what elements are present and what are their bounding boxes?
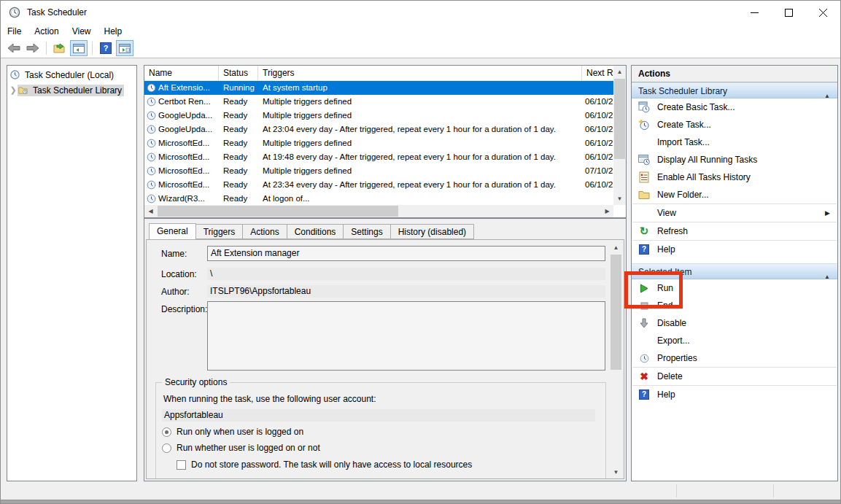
table-row[interactable]: MicrosoftEd... Ready At 23:34 every day … [144, 178, 613, 192]
table-row[interactable]: MicrosoftEd... Ready At 19:48 every day … [144, 150, 613, 164]
task-status: Running [223, 81, 260, 95]
action-label: Create Basic Task... [657, 102, 735, 112]
action-create-task[interactable]: Create Task... [632, 116, 837, 133]
submenu-arrow-icon: ▶ [825, 209, 830, 217]
radio-run-only-logged-on[interactable]: Run only when user is logged on [162, 427, 303, 437]
tree-item-task-scheduler-local[interactable]: Task Scheduler (Local) [10, 68, 136, 82]
checkbox-do-not-store-password[interactable]: Do not store password. The task will onl… [177, 460, 472, 470]
task-list-pane: Name Status Triggers Next Ru Aft Extensi… [144, 65, 627, 218]
task-status: Ready [223, 164, 260, 178]
task-next-run [585, 192, 613, 205]
forward-button[interactable] [24, 40, 42, 56]
section-header-library[interactable]: Task Scheduler Library ▲ [632, 82, 837, 98]
table-row[interactable]: Certbot Ren... Ready Multiple triggers d… [144, 95, 613, 109]
table-row[interactable]: MicrosoftEd... Ready Multiple triggers d… [144, 164, 613, 178]
action-help-library[interactable]: ? Help [632, 241, 837, 258]
back-icon [7, 43, 20, 53]
maximize-button[interactable] [772, 1, 806, 24]
back-button[interactable] [5, 40, 23, 56]
table-row[interactable]: MicrosoftEd... Ready Multiple triggers d… [144, 136, 613, 150]
show-action-pane-button[interactable] [116, 40, 133, 56]
show-console-tree-button[interactable] [70, 40, 88, 56]
scrollbar-thumb[interactable] [614, 79, 625, 159]
task-name: Wizard(R3... [158, 192, 205, 205]
task-rows: Aft Extensio... Running At system startu… [144, 81, 613, 205]
action-label: Import Task... [657, 137, 710, 147]
export-list-button[interactable] [51, 40, 69, 56]
action-refresh[interactable]: ↻ Refresh [632, 222, 837, 240]
tree-item-task-scheduler-library[interactable]: ❯ Task Scheduler Library [9, 83, 136, 97]
table-row[interactable]: GoogleUpda... Ready At 23:04 every day -… [144, 123, 613, 136]
action-label: Enable All Tasks History [657, 172, 751, 182]
task-list-horizontal-scrollbar[interactable]: ◀ ▶ [144, 205, 613, 217]
column-header-name[interactable]: Name [144, 66, 219, 81]
column-header-status[interactable]: Status [219, 66, 258, 81]
action-enable-all-tasks-history[interactable]: Enable All Tasks History [632, 168, 837, 186]
task-next-run [585, 81, 613, 95]
tab-general[interactable]: General [149, 223, 196, 239]
close-button[interactable] [806, 1, 840, 24]
author-label: Author: [161, 287, 190, 297]
task-name: MicrosoftEd... [158, 164, 209, 178]
scroll-down-icon[interactable]: ▼ [613, 193, 626, 205]
scrollbar-thumb[interactable] [158, 206, 398, 217]
scroll-up-icon[interactable]: ▲ [613, 66, 626, 78]
clock-icon [10, 70, 20, 80]
task-location-field: \ [207, 268, 605, 280]
column-header-triggers[interactable]: Triggers [258, 66, 582, 81]
action-label: Delete [657, 371, 683, 381]
table-row[interactable]: Wizard(R3... Ready At logon of... [144, 192, 613, 205]
tasks-history-icon [638, 171, 650, 183]
toolbar-help-button[interactable]: ? [97, 40, 115, 56]
toolbar-separator [92, 42, 93, 55]
table-row[interactable]: GoogleUpda... Ready Multiple triggers de… [144, 109, 613, 123]
minimize-button[interactable] [737, 1, 772, 24]
action-help-selected[interactable]: ? Help [632, 386, 837, 403]
action-delete[interactable]: ✖ Delete [632, 368, 837, 385]
tab-triggers[interactable]: Triggers [196, 224, 244, 239]
help-icon: ? [639, 244, 649, 255]
details-vertical-scrollbar[interactable]: ▲ ▼ [610, 241, 622, 478]
table-row[interactable]: Aft Extensio... Running At system startu… [144, 81, 613, 95]
task-list-vertical-scrollbar[interactable]: ▲ ▼ [613, 66, 626, 205]
scroll-up-icon[interactable]: ▲ [610, 241, 622, 254]
action-disable[interactable]: Disable [632, 314, 837, 332]
task-name-field[interactable]: Aft Extension manager [207, 246, 605, 261]
action-new-folder[interactable]: New Folder... [632, 186, 837, 203]
status-separator [676, 484, 677, 497]
action-label: Display All Running Tasks [657, 155, 757, 165]
scroll-down-icon[interactable]: ▼ [610, 466, 622, 478]
menu-help[interactable]: Help [98, 25, 129, 38]
tab-history[interactable]: History (disabled) [391, 224, 474, 239]
scroll-left-icon[interactable]: ◀ [144, 205, 157, 217]
action-export[interactable]: Export... [632, 332, 837, 349]
action-view[interactable]: View ▶ [632, 204, 837, 222]
action-create-basic-task[interactable]: Create Basic Task... [632, 98, 837, 116]
tab-actions[interactable]: Actions [243, 224, 287, 239]
scroll-right-icon[interactable]: ▶ [601, 205, 613, 217]
maximize-icon [785, 9, 793, 17]
show-action-pane-icon [119, 44, 131, 53]
tab-settings[interactable]: Settings [344, 224, 390, 239]
radio-run-whether-logged-on[interactable]: Run whether user is logged on or not [162, 443, 320, 453]
task-triggers: Multiple triggers defined [263, 109, 584, 123]
clock-icon [147, 111, 156, 120]
tab-conditions[interactable]: Conditions [287, 224, 344, 239]
run-highlight-annotation [624, 271, 683, 309]
menu-action[interactable]: Action [28, 25, 65, 38]
window-bottom-edge [1, 500, 840, 504]
scrollbar-thumb[interactable] [611, 255, 621, 370]
details-tabs: General Triggers Actions Conditions Sett… [149, 224, 474, 240]
action-display-all-running-tasks[interactable]: Display All Running Tasks [632, 151, 837, 168]
task-description-field[interactable] [207, 301, 605, 371]
library-folder-icon [18, 85, 28, 95]
action-label: Create Task... [657, 120, 711, 130]
clock-icon [147, 97, 156, 106]
task-triggers: At system startup [263, 81, 584, 95]
action-import-task[interactable]: Import Task... [632, 133, 837, 151]
column-header-next-run[interactable]: Next Ru [582, 66, 613, 81]
expand-chevron-icon[interactable]: ❯ [9, 85, 18, 95]
menu-view[interactable]: View [66, 25, 98, 38]
action-properties[interactable]: Properties [632, 349, 837, 367]
menu-file[interactable]: File [1, 25, 28, 38]
